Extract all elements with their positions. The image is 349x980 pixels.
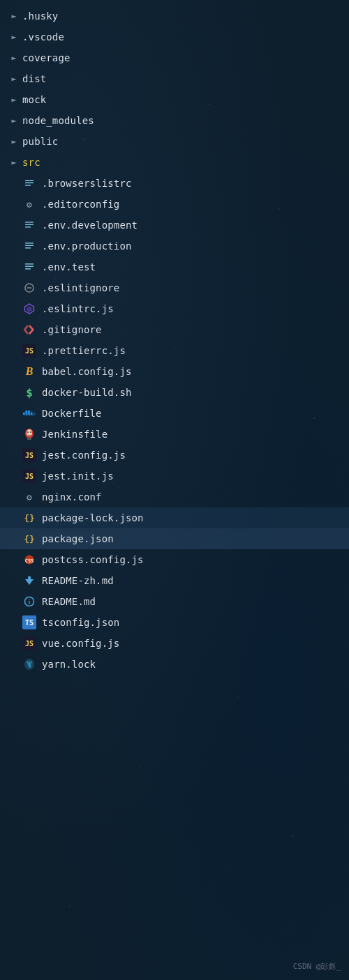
list-item[interactable]: $ docker-build.sh — [0, 382, 349, 403]
list-item[interactable]: README-zh.md — [0, 570, 349, 591]
folder-name: public — [22, 136, 58, 147]
svg-marker-15 — [27, 307, 32, 312]
yarn-icon — [22, 657, 36, 671]
folder-name: coverage — [22, 52, 70, 63]
list-item[interactable]: JS .prettierrc.js — [0, 340, 349, 361]
list-item[interactable]: ⚙ nginx.conf — [0, 487, 349, 507]
file-name: .env.production — [42, 240, 132, 252]
svg-rect-20 — [28, 411, 30, 413]
file-name: yarn.lock — [42, 659, 96, 670]
js-icon: JS — [22, 448, 36, 462]
list-item[interactable]: Jenkinsfile — [0, 424, 349, 445]
list-item[interactable]: {} package-lock.json — [0, 507, 349, 528]
chevron-right-icon: ► — [8, 157, 20, 168]
svg-point-24 — [27, 431, 29, 433]
list-item[interactable]: CSS postcss.config.js — [0, 549, 349, 570]
list-item[interactable]: ► node_modules — [0, 110, 349, 131]
list-item[interactable]: ► .husky — [0, 6, 349, 26]
chevron-right-icon: ► — [8, 52, 20, 63]
svg-rect-8 — [25, 247, 31, 249]
file-name: .editorconfig — [42, 199, 119, 210]
list-item[interactable]: .eslintrc.js — [0, 298, 349, 319]
file-name: README.md — [42, 596, 96, 607]
info-icon: i — [22, 595, 36, 608]
svg-rect-9 — [25, 263, 34, 265]
file-name: .gitignore — [42, 324, 102, 335]
file-name: README-zh.md — [42, 575, 114, 586]
svg-rect-11 — [25, 268, 31, 270]
chevron-right-icon: ► — [8, 115, 20, 126]
svg-text:CSS: CSS — [25, 558, 34, 564]
lines-icon — [22, 218, 36, 232]
file-explorer: ► .husky ► .vscode ► coverage ► dist ► m… — [0, 0, 349, 680]
list-item[interactable]: .browserslistrc — [0, 173, 349, 194]
folder-name: node_modules — [22, 115, 94, 126]
list-item[interactable]: Dockerfile — [0, 403, 349, 424]
chevron-right-icon: ► — [8, 10, 20, 22]
svg-rect-6 — [25, 243, 34, 244]
list-item[interactable]: TS tsconfig.json — [0, 612, 349, 633]
file-name: .env.development — [42, 220, 138, 231]
svg-rect-18 — [28, 413, 30, 415]
svg-marker-29 — [25, 576, 34, 585]
folder-name: dist — [22, 73, 46, 84]
file-name: babel.config.js — [42, 366, 132, 377]
list-item[interactable]: i README.md — [0, 591, 349, 612]
list-item[interactable]: JS vue.config.js — [0, 633, 349, 654]
svg-rect-2 — [25, 185, 31, 186]
js-icon: JS — [22, 636, 36, 650]
lines-icon — [22, 239, 36, 253]
folder-name: .vscode — [22, 31, 64, 43]
list-item[interactable]: yarn.lock — [0, 654, 349, 675]
lines-icon — [22, 176, 36, 190]
list-item[interactable]: .eslintignore — [0, 277, 349, 298]
folder-name: .husky — [22, 10, 58, 22]
list-item[interactable]: ► src — [0, 152, 349, 173]
list-item[interactable]: JS jest.config.js — [0, 445, 349, 466]
babel-icon: B — [22, 365, 36, 378]
list-item[interactable]: {} package.json — [0, 528, 349, 549]
svg-text:i: i — [29, 599, 31, 606]
file-name: Dockerfile — [42, 408, 102, 419]
shell-icon: $ — [22, 385, 36, 399]
svg-rect-0 — [25, 180, 34, 181]
gear-icon: ⚙ — [22, 490, 36, 504]
list-item[interactable]: ► public — [0, 131, 349, 152]
watermark: CSDN @彭彪_ — [293, 961, 341, 972]
list-item[interactable]: B babel.config.js — [0, 361, 349, 382]
file-name: jest.init.js — [42, 470, 114, 482]
file-name: .eslintignore — [42, 282, 119, 293]
folder-name: mock — [22, 94, 46, 105]
svg-rect-4 — [25, 224, 34, 226]
list-item[interactable]: JS jest.init.js — [0, 466, 349, 487]
list-item[interactable]: .env.test — [0, 257, 349, 277]
file-name: docker-build.sh — [42, 387, 132, 398]
gear-icon: ⚙ — [22, 197, 36, 211]
file-name: postcss.config.js — [42, 554, 144, 565]
list-item[interactable]: .env.development — [0, 215, 349, 236]
file-name: nginx.conf — [42, 491, 102, 503]
file-name: tsconfig.json — [42, 617, 119, 628]
postcss-icon: CSS — [22, 553, 36, 567]
list-item[interactable]: .gitignore — [0, 319, 349, 340]
svg-rect-26 — [27, 438, 31, 440]
list-item[interactable]: ► coverage — [0, 47, 349, 68]
readme-arrow-icon — [22, 574, 36, 588]
list-item[interactable]: ► mock — [0, 89, 349, 110]
lines-icon — [22, 260, 36, 274]
chevron-right-icon: ► — [8, 136, 20, 147]
file-name: vue.config.js — [42, 638, 119, 649]
jenkins-icon — [22, 427, 36, 441]
svg-rect-7 — [25, 245, 34, 247]
list-item[interactable]: .env.production — [0, 236, 349, 257]
file-name: jest.config.js — [42, 450, 126, 461]
list-item[interactable]: ► .vscode — [0, 26, 349, 47]
svg-point-25 — [30, 431, 31, 433]
svg-rect-3 — [25, 222, 34, 223]
file-name: .browserslistrc — [42, 178, 132, 189]
list-item[interactable]: ⚙ .editorconfig — [0, 194, 349, 215]
list-item[interactable]: ► dist — [0, 68, 349, 89]
chevron-right-icon: ► — [8, 31, 20, 43]
file-name: .env.test — [42, 261, 96, 273]
svg-point-23 — [27, 429, 32, 436]
